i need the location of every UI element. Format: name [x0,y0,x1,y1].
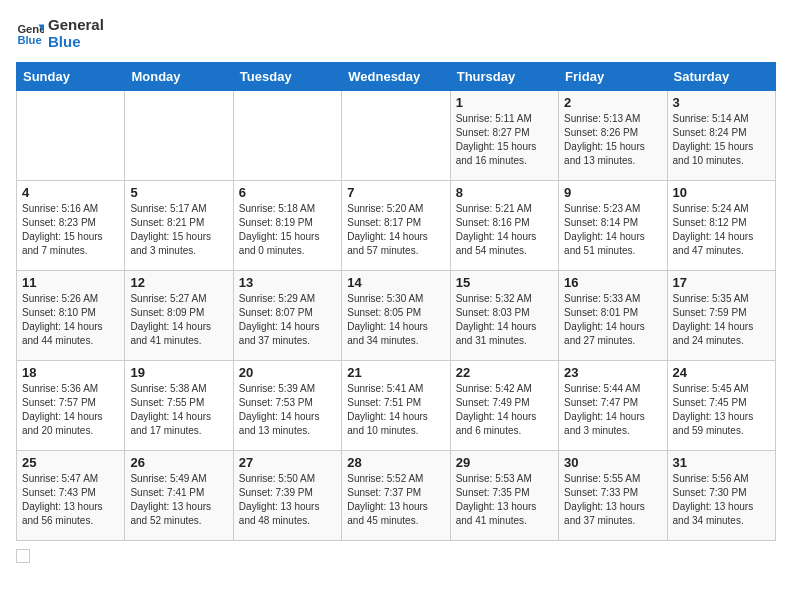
day-info: Sunrise: 5:41 AM Sunset: 7:51 PM Dayligh… [347,382,444,438]
day-number: 10 [673,185,770,200]
day-info: Sunrise: 5:29 AM Sunset: 8:07 PM Dayligh… [239,292,336,348]
col-header-monday: Monday [125,63,233,91]
col-header-saturday: Saturday [667,63,775,91]
day-cell: 25Sunrise: 5:47 AM Sunset: 7:43 PM Dayli… [17,451,125,541]
day-number: 22 [456,365,553,380]
day-cell: 3Sunrise: 5:14 AM Sunset: 8:24 PM Daylig… [667,91,775,181]
day-info: Sunrise: 5:30 AM Sunset: 8:05 PM Dayligh… [347,292,444,348]
day-cell: 29Sunrise: 5:53 AM Sunset: 7:35 PM Dayli… [450,451,558,541]
day-number: 19 [130,365,227,380]
week-row-5: 25Sunrise: 5:47 AM Sunset: 7:43 PM Dayli… [17,451,776,541]
day-cell: 4Sunrise: 5:16 AM Sunset: 8:23 PM Daylig… [17,181,125,271]
day-number: 8 [456,185,553,200]
day-number: 28 [347,455,444,470]
col-header-thursday: Thursday [450,63,558,91]
day-info: Sunrise: 5:18 AM Sunset: 8:19 PM Dayligh… [239,202,336,258]
day-info: Sunrise: 5:50 AM Sunset: 7:39 PM Dayligh… [239,472,336,528]
day-cell: 14Sunrise: 5:30 AM Sunset: 8:05 PM Dayli… [342,271,450,361]
col-header-friday: Friday [559,63,667,91]
day-info: Sunrise: 5:53 AM Sunset: 7:35 PM Dayligh… [456,472,553,528]
day-info: Sunrise: 5:27 AM Sunset: 8:09 PM Dayligh… [130,292,227,348]
day-cell: 16Sunrise: 5:33 AM Sunset: 8:01 PM Dayli… [559,271,667,361]
day-number: 9 [564,185,661,200]
day-info: Sunrise: 5:39 AM Sunset: 7:53 PM Dayligh… [239,382,336,438]
day-cell: 8Sunrise: 5:21 AM Sunset: 8:16 PM Daylig… [450,181,558,271]
week-row-4: 18Sunrise: 5:36 AM Sunset: 7:57 PM Dayli… [17,361,776,451]
day-number: 31 [673,455,770,470]
day-cell: 22Sunrise: 5:42 AM Sunset: 7:49 PM Dayli… [450,361,558,451]
week-row-3: 11Sunrise: 5:26 AM Sunset: 8:10 PM Dayli… [17,271,776,361]
day-info: Sunrise: 5:38 AM Sunset: 7:55 PM Dayligh… [130,382,227,438]
day-info: Sunrise: 5:52 AM Sunset: 7:37 PM Dayligh… [347,472,444,528]
day-number: 25 [22,455,119,470]
day-cell [17,91,125,181]
day-info: Sunrise: 5:36 AM Sunset: 7:57 PM Dayligh… [22,382,119,438]
day-cell: 31Sunrise: 5:56 AM Sunset: 7:30 PM Dayli… [667,451,775,541]
day-cell [233,91,341,181]
day-number: 12 [130,275,227,290]
day-number: 6 [239,185,336,200]
logo: General Blue General Blue [16,16,104,50]
day-cell: 1Sunrise: 5:11 AM Sunset: 8:27 PM Daylig… [450,91,558,181]
day-cell [125,91,233,181]
day-cell: 7Sunrise: 5:20 AM Sunset: 8:17 PM Daylig… [342,181,450,271]
day-info: Sunrise: 5:23 AM Sunset: 8:14 PM Dayligh… [564,202,661,258]
col-header-sunday: Sunday [17,63,125,91]
day-cell: 21Sunrise: 5:41 AM Sunset: 7:51 PM Dayli… [342,361,450,451]
day-cell: 30Sunrise: 5:55 AM Sunset: 7:33 PM Dayli… [559,451,667,541]
day-number: 4 [22,185,119,200]
day-info: Sunrise: 5:35 AM Sunset: 7:59 PM Dayligh… [673,292,770,348]
day-cell: 20Sunrise: 5:39 AM Sunset: 7:53 PM Dayli… [233,361,341,451]
day-info: Sunrise: 5:26 AM Sunset: 8:10 PM Dayligh… [22,292,119,348]
day-info: Sunrise: 5:45 AM Sunset: 7:45 PM Dayligh… [673,382,770,438]
day-number: 14 [347,275,444,290]
day-cell: 27Sunrise: 5:50 AM Sunset: 7:39 PM Dayli… [233,451,341,541]
calendar-table: SundayMondayTuesdayWednesdayThursdayFrid… [16,62,776,541]
day-info: Sunrise: 5:21 AM Sunset: 8:16 PM Dayligh… [456,202,553,258]
day-info: Sunrise: 5:32 AM Sunset: 8:03 PM Dayligh… [456,292,553,348]
svg-text:Blue: Blue [17,34,41,46]
day-number: 2 [564,95,661,110]
day-cell: 18Sunrise: 5:36 AM Sunset: 7:57 PM Dayli… [17,361,125,451]
day-number: 23 [564,365,661,380]
day-cell: 26Sunrise: 5:49 AM Sunset: 7:41 PM Dayli… [125,451,233,541]
day-number: 11 [22,275,119,290]
week-row-2: 4Sunrise: 5:16 AM Sunset: 8:23 PM Daylig… [17,181,776,271]
day-info: Sunrise: 5:33 AM Sunset: 8:01 PM Dayligh… [564,292,661,348]
day-info: Sunrise: 5:16 AM Sunset: 8:23 PM Dayligh… [22,202,119,258]
day-info: Sunrise: 5:14 AM Sunset: 8:24 PM Dayligh… [673,112,770,168]
day-info: Sunrise: 5:56 AM Sunset: 7:30 PM Dayligh… [673,472,770,528]
header-row: SundayMondayTuesdayWednesdayThursdayFrid… [17,63,776,91]
day-number: 1 [456,95,553,110]
day-cell: 12Sunrise: 5:27 AM Sunset: 8:09 PM Dayli… [125,271,233,361]
day-info: Sunrise: 5:42 AM Sunset: 7:49 PM Dayligh… [456,382,553,438]
day-number: 3 [673,95,770,110]
day-cell: 23Sunrise: 5:44 AM Sunset: 7:47 PM Dayli… [559,361,667,451]
day-number: 24 [673,365,770,380]
day-cell: 13Sunrise: 5:29 AM Sunset: 8:07 PM Dayli… [233,271,341,361]
day-number: 27 [239,455,336,470]
day-cell: 9Sunrise: 5:23 AM Sunset: 8:14 PM Daylig… [559,181,667,271]
day-cell [342,91,450,181]
day-info: Sunrise: 5:24 AM Sunset: 8:12 PM Dayligh… [673,202,770,258]
col-header-tuesday: Tuesday [233,63,341,91]
day-cell: 17Sunrise: 5:35 AM Sunset: 7:59 PM Dayli… [667,271,775,361]
day-cell: 10Sunrise: 5:24 AM Sunset: 8:12 PM Dayli… [667,181,775,271]
day-info: Sunrise: 5:47 AM Sunset: 7:43 PM Dayligh… [22,472,119,528]
logo-blue: Blue [48,33,104,50]
legend [16,549,776,563]
day-number: 7 [347,185,444,200]
day-info: Sunrise: 5:49 AM Sunset: 7:41 PM Dayligh… [130,472,227,528]
day-info: Sunrise: 5:11 AM Sunset: 8:27 PM Dayligh… [456,112,553,168]
week-row-1: 1Sunrise: 5:11 AM Sunset: 8:27 PM Daylig… [17,91,776,181]
day-number: 18 [22,365,119,380]
day-cell: 2Sunrise: 5:13 AM Sunset: 8:26 PM Daylig… [559,91,667,181]
day-cell: 11Sunrise: 5:26 AM Sunset: 8:10 PM Dayli… [17,271,125,361]
day-number: 26 [130,455,227,470]
day-number: 20 [239,365,336,380]
logo-general: General [48,16,104,33]
col-header-wednesday: Wednesday [342,63,450,91]
legend-box [16,549,30,563]
day-cell: 15Sunrise: 5:32 AM Sunset: 8:03 PM Dayli… [450,271,558,361]
day-number: 15 [456,275,553,290]
